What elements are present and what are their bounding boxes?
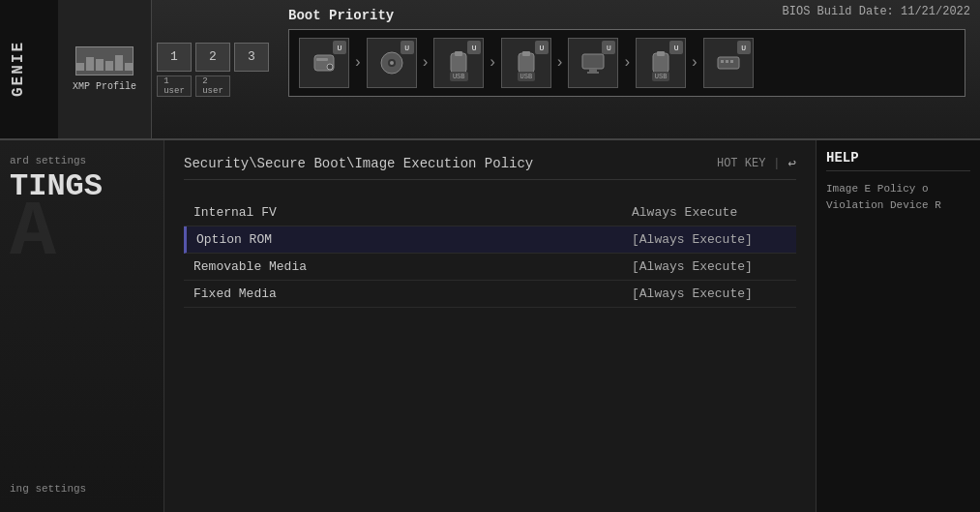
boot-device-display[interactable]: U [568,38,618,88]
help-header: HELP [826,150,970,171]
svg-rect-12 [587,72,599,74]
setting-name-fixed-media: Fixed Media [193,286,632,301]
sidebar-section-label-bottom: ing settings [10,483,154,495]
svg-rect-9 [522,51,530,56]
xmp-bar-6 [125,63,133,71]
table-row[interactable]: Internal FV Always Execute [184,199,796,226]
usb2-label: USB [518,72,536,81]
svg-point-5 [390,61,394,65]
boot-device-optical[interactable]: U [367,38,417,88]
hotkey-label: HOT KEY [717,157,765,170]
boot-device-usb1[interactable]: U USB [433,38,484,88]
table-row[interactable]: Removable Media [Always Execute] [184,254,796,281]
profile-row-bottom: 1user 2user [157,75,269,97]
breadcrumb: Security\Secure Boot\Image Execution Pol… [184,156,533,171]
boot-priority-section: Boot Priority U › U › [274,0,980,138]
svg-rect-7 [455,51,462,56]
boot-badge-hdd: U [333,41,346,54]
left-sidebar: ard settings TINGS A ing settings [0,140,164,512]
svg-rect-18 [730,60,733,63]
arrow-4: › [555,54,565,72]
boot-device-hdd[interactable]: U [299,38,349,88]
svg-rect-14 [657,51,665,56]
table-row[interactable]: Option ROM [Always Execute] [184,226,796,254]
profile-user-btn-2[interactable]: 2user [195,75,230,97]
setting-name-removable-media: Removable Media [193,259,632,274]
logo-area: GENIE [0,0,58,138]
svg-rect-11 [589,69,597,72]
sidebar-decorative-a: A [10,189,56,277]
xmp-section: XMP Profile [58,0,152,138]
svg-rect-10 [582,54,604,69]
boot-device-usb3[interactable]: U USB [636,38,686,88]
setting-name-option-rom: Option ROM [196,232,632,247]
boot-badge-optical: U [401,41,414,54]
right-help-panel: HELP Image E Policy o Violation Device R [816,140,980,512]
setting-name-internal-fv: Internal FV [193,205,632,220]
setting-value-option-rom: [Always Execute] [632,232,787,247]
breadcrumb-bar: Security\Secure Boot\Image Execution Pol… [184,155,796,180]
profile-btn-2[interactable]: 2 [195,43,230,72]
table-row[interactable]: Fixed Media [Always Execute] [184,281,796,308]
profile-row-top: 1 2 3 [157,43,269,72]
xmp-label: XMP Profile [73,81,136,92]
xmp-bar-5 [115,55,123,71]
usb3-label: USB [652,72,670,81]
hotkey-area: HOT KEY | ↩ [717,155,796,171]
boot-badge-display: U [602,41,615,54]
xmp-bar-2 [86,57,94,71]
sidebar-bottom: ing settings [10,483,154,497]
xmp-bar-4 [105,61,113,71]
logo-text: GENIE [10,41,27,97]
svg-rect-16 [721,60,724,63]
boot-devices-container: U › U › U [288,29,965,97]
svg-rect-17 [726,60,728,63]
arrow-1: › [353,54,363,72]
boot-badge-usb2: U [535,41,549,54]
hotkey-divider: | [773,157,780,170]
boot-badge-usb1: U [467,41,481,54]
boot-badge-usb3: U [669,41,683,54]
xmp-bar-1 [76,63,84,71]
boot-badge-network: U [737,41,751,54]
profile-btn-1[interactable]: 1 [157,43,192,72]
xmp-icon [75,46,134,75]
settings-table: Internal FV Always Execute Option ROM [A… [184,199,796,308]
xmp-bars [76,51,133,71]
profile-user-btn-1[interactable]: 1user [157,75,192,97]
xmp-bar-3 [96,59,104,71]
arrow-5: › [622,54,632,72]
top-bar: GENIE XMP Profile 1 2 3 1user 2user [0,0,980,140]
boot-device-network[interactable]: U [703,38,754,88]
svg-point-1 [327,64,333,70]
setting-value-internal-fv: Always Execute [632,205,787,220]
arrow-2: › [421,54,431,72]
help-text: Image E Policy o Violation Device R [826,181,970,213]
profile-btn-3[interactable]: 3 [234,43,269,72]
setting-value-removable-media: [Always Execute] [632,259,787,274]
arrow-6: › [690,54,699,72]
profile-buttons-area: 1 2 3 1user 2user [152,0,274,138]
usb1-label: USB [450,72,468,81]
sidebar-section-label-top: ard settings [10,155,154,166]
bios-build-date: BIOS Build Date: 11/21/2022 [783,5,970,18]
back-button[interactable]: ↩ [788,155,796,171]
arrow-3: › [488,54,497,72]
setting-value-fixed-media: [Always Execute] [632,286,787,301]
svg-rect-2 [316,58,328,61]
boot-device-usb2[interactable]: U USB [501,38,551,88]
main-content: Security\Secure Boot\Image Execution Pol… [164,140,816,512]
